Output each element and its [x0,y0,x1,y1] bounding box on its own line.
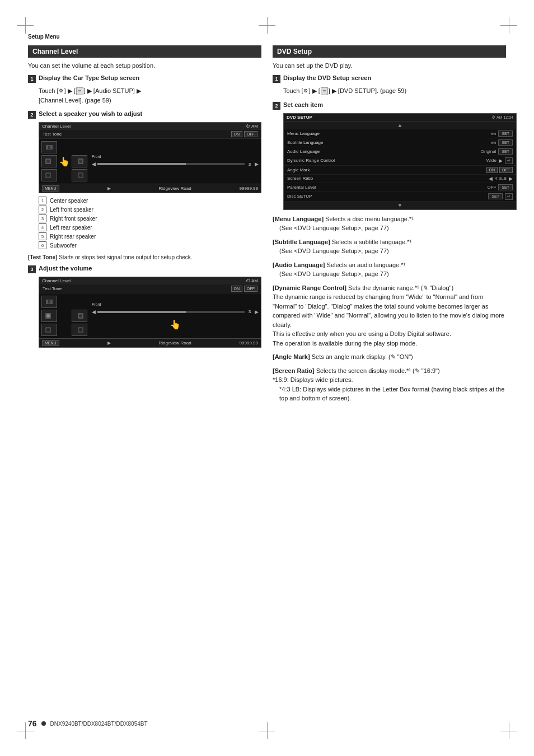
speaker-label-3: Right front speaker [50,216,97,222]
left-arrow[interactable]: ◀ [92,161,96,167]
svg-point-13 [46,314,50,318]
subtitle-language-set-btn[interactable]: SET [498,139,513,146]
front-slider-row-2: Front [92,302,259,306]
speaker-item-6: 6 Subwoofer [39,241,261,249]
hand-cursor-icon: 👆 [59,156,70,167]
right-arrow-2[interactable]: ▶ [255,309,259,315]
left-arrow-2[interactable]: ◀ [92,309,96,315]
dvd-step1-title: Display the DVD Setup screen [283,74,371,81]
model-text: DNX9240BT/DDX8024BT/DDX8054BT [50,721,148,727]
svg-point-19 [79,328,82,332]
speaker-label-2: Left front speaker [50,207,93,213]
menu-language-row: Menu Language en SET [284,129,516,138]
speaker-area-2: Front ◀ 3 ▶ 👆 [39,293,261,338]
angle-mark-on-btn[interactable]: ON [486,167,498,173]
speaker-num-5: 5 [39,232,46,240]
audio-language-label: Audio Language [287,149,320,154]
parental-level-row: Parental Level OFF SET [284,183,516,192]
right-arrow[interactable]: ▶ [255,161,259,167]
bullet-icon [41,721,46,726]
volume-slider-track[interactable] [97,163,245,165]
menu-language-value: en [491,131,496,136]
disc-setup-set-btn[interactable]: SET [488,193,503,199]
parental-level-value: OFF [487,185,496,190]
volume-slider-track-2[interactable] [97,311,245,313]
dvd-step2-header: 2 Set each item [273,101,506,110]
on-button[interactable]: ON [231,131,243,137]
dvd-step2-num: 2 [273,102,280,110]
disc-setup-enter[interactable]: ↵ [505,193,513,200]
left-front-speaker-box-2 [41,310,57,322]
svg-marker-11 [48,300,50,304]
screen-ratio-label: Screen Ratio [287,176,313,181]
disc-setup-label: Disc SETUP [287,194,312,199]
dvd-screen-header: DVD SETUP ⏱ AM 12:34 [284,114,516,122]
audio-language-row: Audio Language Original SET [284,147,516,156]
dvd-step1-body: Touch [⚙] ▶ [━] ▶ [DVD SETUP]. (page 59) [283,86,506,96]
center-speaker-box [41,141,57,153]
audio-language-desc-text: Selects an audio language.*¹ [327,262,406,268]
menu-bracket-icon: ━ [76,87,83,95]
scroll-up-arrow[interactable]: ▲ [284,122,516,129]
angle-mark-desc-text: Sets an angle mark display. (✎ "ON") [312,353,413,360]
scroll-down-arrow[interactable]: ▼ [284,202,516,209]
dynamic-range-enter[interactable]: ↵ [505,157,513,164]
svg-point-3 [46,160,50,163]
angle-mark-name: [Angle Mark] [273,353,310,360]
on-button-2[interactable]: ON [231,286,243,292]
svg-point-5 [79,160,82,163]
menu-language-label: Menu Language [287,131,320,136]
step1-body: Touch [⚙] ▶ [━] ▶ [Audio SETUP] ▶ [Chann… [39,86,261,105]
test-tone-desc: Starts or stops test signal tone output … [59,254,192,260]
dynamic-range-para3: The operation is available during the pl… [273,340,417,347]
menu-button[interactable]: MENU [42,185,59,192]
parental-level-label: Parental Level [287,185,316,190]
dynamic-range-arrow[interactable]: ▶ [499,158,503,164]
audio-language-set-btn[interactable]: SET [498,148,513,155]
hand-cursor-icon-2: 👆 [170,319,181,330]
step3-title: Adjust the volume [39,265,92,272]
subtitle-language-label: Subtitle Language [287,140,324,145]
speaker-item-4: 4 Left rear speaker [39,223,261,231]
speaker-grid-2 [41,296,87,336]
off-button-2[interactable]: OFF [244,286,257,292]
screen2-time-icon: ⏱ AM [246,278,258,283]
left-rear-speaker-box-2 [41,324,57,336]
speaker-row-top-2 [41,296,87,308]
speaker-label-4: Left rear speaker [50,225,92,231]
dvd-setup-intro: You can set up the DVD play. [273,62,506,69]
step3-num: 3 [28,265,36,273]
dvd-step1-num: 1 [273,75,280,83]
menu-language-controls: en SET [491,130,513,137]
speaker-num-6: 6 [39,241,46,249]
dynamic-range-desc-text: Sets the dynamic range.*¹ (✎ "Dialog") [348,284,453,291]
menu-language-desc: [Menu Language] Selects a disc menu lang… [273,214,506,233]
subtitle-language-sub: (See <DVD Language Setup>, page 77) [279,248,389,254]
menu-button-2[interactable]: MENU [42,340,59,346]
screen-ratio-right-arrow[interactable]: ▶ [509,176,513,181]
slider-controls-2: Front ◀ 3 ▶ 👆 [90,296,259,336]
parental-level-controls: OFF SET [487,184,513,190]
channel-level-intro: You can set the volume at each setup pos… [28,62,261,69]
slider-value-2: 3 [246,309,253,314]
subtitle-language-name: [Subtitle Language] [273,239,330,245]
subtitle-language-desc: [Subtitle Language] Selects a subtitle l… [273,237,506,256]
audio-language-desc: [Audio Language] Selects an audio langua… [273,260,506,279]
road-number-2: 99999.99 [240,340,258,346]
step3-header: 3 Adjust the volume [28,265,261,273]
dynamic-range-name: [Dynamic Range Control] [273,284,346,291]
page-footer: 76 DNX9240BT/DDX8024BT/DDX8054BT [28,719,148,728]
off-button[interactable]: OFF [244,131,257,137]
menu-language-set-btn[interactable]: SET [498,130,513,137]
screen-ratio-left-arrow[interactable]: ◀ [489,176,493,181]
screen2-title: Channel Level [42,278,71,283]
dvd-setup-section: DVD Setup You can set up the DVD play. 1… [273,45,506,408]
step1-title: Display the Car Type Setup screen [39,74,139,81]
dvd-step1-header: 1 Display the DVD Setup screen [273,74,506,83]
angle-mark-off-btn[interactable]: OFF [499,167,513,173]
speaker-row-top [41,141,87,153]
slider-value: 3 [246,162,253,167]
parental-level-set-btn[interactable]: SET [498,184,513,190]
front-slider-row: Front [92,155,259,158]
screen1-bottom-bar: MENU ▶ Ridgeview Road 99999.99 [39,184,261,193]
